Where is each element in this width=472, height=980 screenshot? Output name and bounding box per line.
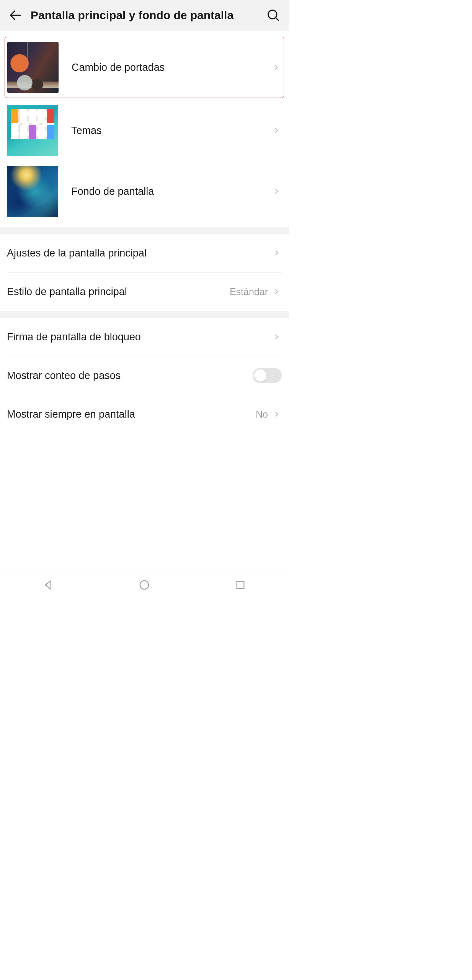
step-count-toggle[interactable] bbox=[253, 368, 282, 383]
chevron-right-icon bbox=[271, 125, 282, 136]
svg-line-2 bbox=[276, 18, 279, 21]
triangle-back-icon bbox=[42, 579, 54, 591]
row-step-count: Mostrar conteo de pasos bbox=[7, 356, 282, 395]
row-label: Temas bbox=[71, 125, 271, 137]
lockscreen-group: Firma de pantalla de bloqueo Mostrar con… bbox=[0, 318, 289, 433]
page-title: Pantalla principal y fondo de pantalla bbox=[24, 9, 265, 22]
system-nav-bar bbox=[0, 570, 289, 599]
row-label: Firma de pantalla de bloqueo bbox=[7, 331, 271, 343]
back-button[interactable] bbox=[7, 7, 24, 24]
chevron-right-icon bbox=[271, 248, 282, 258]
settings-header: Pantalla principal y fondo de pantalla bbox=[0, 0, 289, 31]
nav-back-button[interactable] bbox=[40, 577, 57, 593]
wallpaper-thumbnail bbox=[7, 166, 58, 217]
homescreen-group: Ajustes de la pantalla principal Estilo … bbox=[0, 234, 289, 311]
nav-home-button[interactable] bbox=[136, 577, 153, 593]
row-label: Mostrar conteo de pasos bbox=[7, 370, 253, 382]
square-recents-icon bbox=[235, 580, 246, 590]
svg-point-4 bbox=[140, 580, 149, 589]
row-label: Estilo de pantalla principal bbox=[7, 286, 230, 298]
svg-rect-5 bbox=[237, 581, 244, 588]
search-icon bbox=[266, 8, 280, 22]
nav-recents-button[interactable] bbox=[232, 577, 249, 593]
row-themes[interactable]: Temas bbox=[7, 100, 282, 161]
section-gap bbox=[0, 227, 289, 234]
chevron-right-icon bbox=[271, 332, 282, 342]
row-home-style[interactable]: Estilo de pantalla principal Estándar bbox=[7, 273, 282, 311]
row-always-on-display[interactable]: Mostrar siempre en pantalla No bbox=[7, 395, 282, 433]
section-gap bbox=[0, 311, 289, 318]
row-home-settings[interactable]: Ajustes de la pantalla principal bbox=[7, 234, 282, 272]
blank-area bbox=[0, 433, 289, 570]
row-label: Fondo de pantalla bbox=[71, 186, 271, 198]
row-magazine-unlock[interactable]: Cambio de portadas bbox=[5, 37, 284, 98]
row-value: No bbox=[256, 409, 268, 420]
row-label: Cambio de portadas bbox=[72, 62, 271, 74]
appearance-group: Cambio de portadas Temas Fondo de pantal… bbox=[0, 31, 289, 227]
themes-thumbnail bbox=[7, 105, 58, 156]
row-lock-signature[interactable]: Firma de pantalla de bloqueo bbox=[7, 318, 282, 356]
row-label: Mostrar siempre en pantalla bbox=[7, 408, 256, 420]
arrow-left-icon bbox=[8, 8, 23, 23]
row-wallpaper[interactable]: Fondo de pantalla bbox=[7, 161, 282, 222]
chevron-right-icon bbox=[271, 186, 282, 197]
chevron-right-icon bbox=[271, 409, 282, 420]
row-label: Ajustes de la pantalla principal bbox=[7, 247, 271, 259]
row-value: Estándar bbox=[230, 286, 268, 297]
circle-home-icon bbox=[139, 579, 150, 591]
svg-marker-3 bbox=[45, 581, 50, 589]
magazine-unlock-thumbnail bbox=[7, 42, 59, 93]
search-button[interactable] bbox=[265, 7, 282, 24]
chevron-right-icon bbox=[271, 62, 281, 73]
chevron-right-icon bbox=[271, 286, 282, 297]
